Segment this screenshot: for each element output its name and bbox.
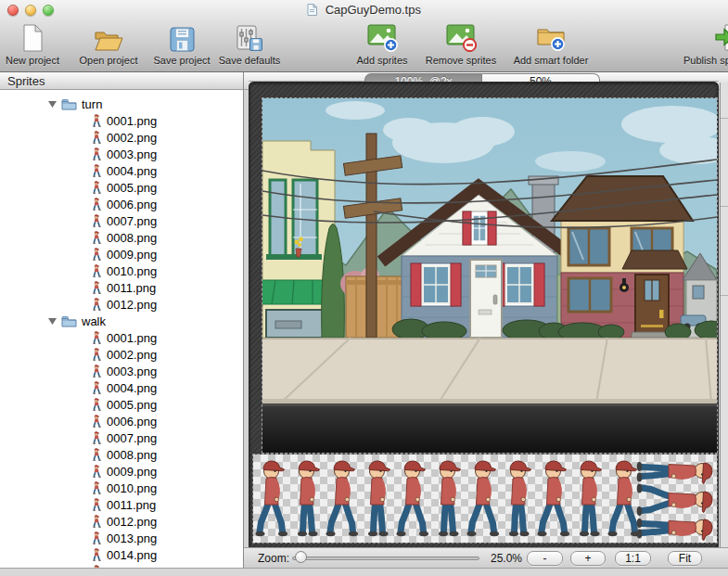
- tree-item-label: 0002.png: [107, 348, 157, 362]
- tree-item-label: 0002.png: [107, 131, 157, 145]
- document-proxy-icon: [307, 4, 317, 19]
- tree-row[interactable]: 0014.png: [0, 546, 243, 563]
- tree-item-label: 0004.png: [107, 381, 157, 395]
- sprite-file-icon: [92, 448, 102, 461]
- disclosure-triangle-icon[interactable]: [48, 317, 61, 325]
- sprite-file-icon: [92, 415, 102, 428]
- tree-row[interactable]: 0004.png: [0, 379, 243, 396]
- sprite-file-icon: [92, 164, 102, 177]
- tree-row[interactable]: 0012.png: [0, 513, 243, 530]
- sprite-file-icon: [92, 181, 102, 194]
- folder-plus-icon: [506, 22, 595, 52]
- sidebar-splitter[interactable]: [243, 72, 244, 568]
- sprite-file-icon: [92, 198, 102, 211]
- tree-row[interactable]: 0003.png: [0, 363, 243, 379]
- zoom-fit-button[interactable]: Fit: [668, 551, 702, 566]
- tree-row[interactable]: 0003.png: [0, 146, 243, 162]
- tree-item-label: 0003.png: [107, 147, 157, 161]
- tree-item-label: 0007.png: [107, 431, 157, 445]
- tree-item-label: 0001.png: [107, 114, 157, 128]
- tree-item-label: walk: [82, 314, 106, 328]
- folder-icon: [61, 98, 77, 110]
- sprite-file-icon: [92, 348, 102, 361]
- add-smart-folder-button[interactable]: Add smart folder: [506, 22, 595, 69]
- tree-row[interactable]: 0009.png: [0, 246, 243, 262]
- tree-row[interactable]: 0004.png: [0, 162, 243, 179]
- sprite-file-icon: [92, 465, 102, 478]
- sprite-file-icon: [92, 298, 102, 311]
- tool-label: Add sprites: [338, 55, 427, 66]
- tree-item-label: 0004.png: [107, 164, 157, 178]
- tree-row[interactable]: 0006.png: [0, 413, 243, 429]
- tree-row[interactable]: 0011.png: [0, 496, 243, 513]
- image-plus-icon: [338, 22, 427, 52]
- sprite-file-icon: [92, 381, 102, 394]
- tree-row[interactable]: 0009.png: [0, 463, 243, 480]
- tree-item-label: 0006.png: [107, 415, 157, 429]
- tree-row[interactable]: 0012.png: [0, 296, 243, 313]
- tree-row[interactable]: 0005.png: [0, 179, 243, 196]
- tree-row[interactable]: 0002.png: [0, 129, 243, 146]
- tree-row[interactable]: 0006.png: [0, 196, 243, 212]
- tree-row[interactable]: walk: [0, 313, 243, 329]
- sliders-floppy-icon: [205, 22, 294, 52]
- sprite-file-icon: [92, 331, 102, 344]
- zoom-one-to-one-button[interactable]: 1:1: [615, 551, 651, 566]
- tree-row[interactable]: 0013.png: [0, 530, 243, 546]
- tree-item-label: 0012.png: [107, 298, 157, 312]
- zoom-slider-knob[interactable]: [295, 551, 307, 563]
- tree-row[interactable]: 0008.png: [0, 446, 243, 463]
- tree-item-label: turn: [82, 97, 102, 111]
- add-sprites-button[interactable]: Add sprites: [338, 22, 427, 69]
- publish-sprite-sheet-button[interactable]: Publish sprite sheet: [677, 22, 728, 69]
- tree-row[interactable]: 0002.png: [0, 346, 243, 363]
- sprite-file-icon: [92, 214, 102, 227]
- scene-preview-image[interactable]: [262, 98, 717, 453]
- window-title-area: CapGuyDemo.tps: [0, 3, 728, 19]
- tree-item-label: 0009.png: [107, 248, 157, 262]
- settings-panel-edge: [720, 83, 728, 549]
- sprite-file-icon: [92, 548, 102, 561]
- gutter-separator: [721, 118, 728, 119]
- disclosure-triangle-icon[interactable]: [48, 100, 61, 108]
- spritesheet-preview-image[interactable]: [253, 454, 717, 543]
- tree-item-label: 0008.png: [107, 231, 157, 245]
- tree-row[interactable]: 0001.png: [0, 112, 243, 129]
- zoom-slider-track[interactable]: [292, 557, 479, 560]
- preview-panel: [249, 82, 719, 549]
- zoom-out-button[interactable]: -: [527, 551, 563, 566]
- tree-row[interactable]: 0008.png: [0, 229, 243, 246]
- sprite-file-icon: [92, 264, 102, 277]
- tree-row[interactable]: 0007.png: [0, 212, 243, 229]
- tool-label: Publish sprite sheet: [677, 55, 728, 66]
- sprite-file-icon: [92, 248, 102, 261]
- remove-sprites-button[interactable]: Remove sprites: [416, 22, 505, 69]
- tree-row[interactable]: turn: [0, 96, 243, 112]
- tree-row[interactable]: 0005.png: [0, 396, 243, 413]
- tree-item-label: 0003.png: [107, 365, 157, 378]
- tree-item-label: 0010.png: [107, 481, 157, 495]
- window-bottom-strip: [0, 568, 728, 576]
- tree-row[interactable]: 0010.png: [0, 480, 243, 496]
- save-defaults-button[interactable]: Save defaults: [205, 22, 294, 69]
- titlebar-toolbar: CapGuyDemo.tps New project Open project …: [0, 0, 728, 72]
- sprite-file-icon: [92, 431, 102, 444]
- sprite-file-icon: [92, 498, 102, 511]
- image-minus-icon: [416, 22, 505, 52]
- tree-item-label: 0011.png: [107, 281, 156, 295]
- sprite-file-icon: [92, 481, 102, 494]
- sprite-file-icon: [92, 281, 102, 294]
- tree-item-label: 0001.png: [107, 331, 157, 345]
- sprites-tree: turn 0001.png 0002.png 0003.png 0004.png: [0, 90, 243, 568]
- tree-row[interactable]: 0011.png: [0, 279, 243, 296]
- sprite-file-icon: [92, 131, 102, 144]
- tree-item-label: 0013.png: [107, 531, 157, 545]
- tree-item-label: 0011.png: [107, 498, 156, 512]
- zoom-label: Zoom:: [258, 552, 289, 565]
- zoom-in-button[interactable]: +: [570, 551, 606, 566]
- tree-row[interactable]: 0010.png: [0, 262, 243, 279]
- tree-row[interactable]: 0007.png: [0, 429, 243, 446]
- tree-row[interactable]: 0001.png: [0, 329, 243, 346]
- tool-label: Save defaults: [205, 55, 294, 66]
- sprite-file-icon: [92, 231, 102, 244]
